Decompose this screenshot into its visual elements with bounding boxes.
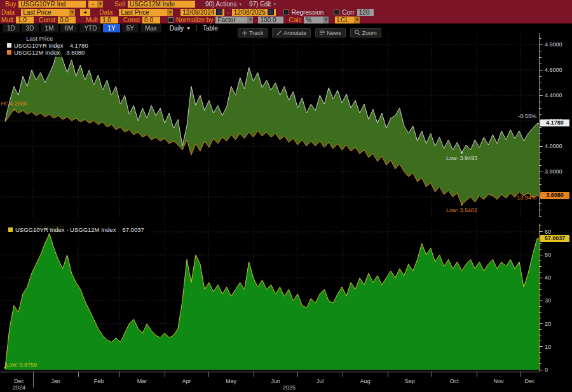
- y-tick-mark: [540, 172, 543, 172]
- y-tick-mark: [540, 64, 541, 64]
- year-boundary-tick: [33, 372, 34, 388]
- chevron-down-icon[interactable]: ▾: [247, 17, 253, 24]
- y-tick-mark: [540, 216, 541, 217]
- y-tick-mark: [540, 127, 541, 128]
- period-button-1m[interactable]: 1M: [41, 24, 58, 32]
- y-tick-mark: [540, 329, 541, 330]
- chevron-down-icon[interactable]: ▾: [323, 17, 329, 24]
- chevron-down-icon[interactable]: ▼: [186, 26, 191, 30]
- const1-input[interactable]: 0.0: [58, 17, 76, 24]
- track-button[interactable]: Track: [238, 28, 268, 37]
- factor-select[interactable]: Factor: [215, 17, 247, 24]
- y-tick-mark: [540, 323, 543, 324]
- annotate-button[interactable]: Annotate: [272, 28, 311, 37]
- y-tick-label: 4.0000: [545, 143, 562, 149]
- zoom-button[interactable]: Zoom: [350, 28, 381, 37]
- bottom-chart-y-axis: 57.0037 0102030405060: [539, 224, 572, 372]
- y-tick-mark: [540, 140, 541, 140]
- date-from-input[interactable]: 12/09/2024: [180, 9, 224, 16]
- data-source-select-2[interactable]: Last Price: [119, 9, 167, 16]
- x-tick-mark: [343, 372, 343, 377]
- legend-item-usgg12m[interactable]: USGG12M Index 3.6080: [7, 49, 88, 56]
- y-tick-label: 4.6000: [545, 67, 562, 73]
- x-axis-line: [0, 372, 539, 372]
- period-button-3d[interactable]: 3D: [22, 24, 39, 32]
- frequency-select[interactable]: Daily: [170, 25, 184, 32]
- period-button-5y[interactable]: 5Y: [122, 24, 139, 32]
- mult1-input[interactable]: 1.0: [16, 17, 34, 24]
- divider: [196, 25, 197, 31]
- period-button-1y[interactable]: 1Y: [103, 24, 119, 32]
- chevron-down-icon[interactable]: ▾: [273, 2, 276, 7]
- normalize-checkbox[interactable]: [168, 17, 174, 23]
- sell-label: Sell: [114, 1, 125, 8]
- annotation-label: Hi: 4.2888: [1, 100, 27, 107]
- normalize-label: Normalize by: [176, 17, 213, 24]
- chevron-down-icon[interactable]: ▾: [97, 1, 103, 8]
- y-tick-mark: [540, 203, 541, 204]
- y-tick-mark: [540, 335, 541, 335]
- x-tick-mark: [297, 372, 298, 377]
- date-to-input[interactable]: 12/08/2025: [232, 9, 276, 16]
- y-tick-mark: [540, 306, 541, 307]
- factor-value-input[interactable]: 100.0: [258, 17, 283, 24]
- bottom-chart-legend[interactable]: USGG10YR Index - USGG12M Index 57.0037: [5, 226, 147, 234]
- y-tick-mark: [540, 255, 543, 255]
- calc-unit-select[interactable]: %: [304, 17, 323, 24]
- y-tick-mark: [540, 370, 543, 370]
- calc-mode-select[interactable]: LCL: [335, 17, 354, 24]
- x-tick-label: Nov: [493, 378, 503, 384]
- chart-toolbar: Track Annotate News Zoom: [238, 28, 381, 37]
- y-tick-mark: [540, 260, 541, 261]
- y-tick-mark: [540, 76, 541, 77]
- add-security-button[interactable]: +: [80, 9, 90, 16]
- sell-security-field[interactable]: USGG12M Inde: [128, 1, 195, 8]
- calendar-icon[interactable]: [268, 9, 274, 15]
- period-button-6m[interactable]: 6M: [60, 24, 78, 32]
- corr-window-input[interactable]: 120: [357, 9, 374, 16]
- table-button[interactable]: Table: [203, 25, 218, 32]
- period-button-1d[interactable]: 1D: [3, 24, 20, 32]
- actions-menu[interactable]: 90) Actions: [205, 1, 236, 8]
- period-button-group: 1D3D1M6MYTD1Y5YMax: [3, 24, 163, 32]
- chevron-down-icon[interactable]: ▾: [239, 2, 242, 7]
- y-tick-mark: [540, 57, 541, 58]
- top-chart-plot[interactable]: [0, 33, 539, 217]
- const2-input[interactable]: 0.0: [142, 17, 160, 24]
- date-from-value: 12/09/2024: [182, 9, 214, 16]
- chevron-down-icon[interactable]: ▾: [167, 9, 173, 16]
- y-tick-mark: [540, 95, 543, 96]
- data-source-select-1[interactable]: Last Price: [21, 9, 69, 16]
- corr-checkbox[interactable]: [334, 10, 339, 15]
- data-source-label-1: Data: [1, 9, 15, 16]
- spread-operator-field[interactable]: -: [88, 1, 97, 8]
- y-tick-mark: [540, 133, 541, 134]
- buy-security-field[interactable]: USGG10YR Ind: [18, 1, 86, 8]
- y-tick-mark: [540, 184, 541, 185]
- period-button-max[interactable]: Max: [140, 24, 161, 32]
- calendar-icon[interactable]: [216, 9, 222, 15]
- news-button[interactable]: News: [315, 28, 346, 37]
- y-tick-mark: [540, 249, 541, 250]
- toolbar-row-calc: Mult 1.0 Const 0.0 Mult 1.0 Const 0.0 No…: [0, 16, 572, 24]
- bottom-chart-plot[interactable]: [0, 224, 539, 372]
- y-tick-label: 10: [545, 344, 551, 350]
- y-tick-label: 30: [545, 297, 551, 304]
- y-tick-mark: [540, 51, 541, 51]
- period-button-ytd[interactable]: YTD: [79, 24, 101, 32]
- y-tick-mark: [540, 312, 541, 313]
- y-tick-mark: [540, 341, 541, 341]
- x-tick-mark: [388, 372, 388, 377]
- legend-item-usgg10yr[interactable]: USGG10YR Index 4.1780: [7, 42, 88, 49]
- x-tick-label: Jul: [317, 378, 324, 384]
- regression-checkbox[interactable]: [283, 10, 289, 15]
- regression-label: Regression: [292, 9, 324, 16]
- x-tick-label: Jun: [271, 378, 280, 384]
- chevron-down-icon[interactable]: ▾: [69, 9, 75, 16]
- y-tick-mark: [540, 152, 541, 153]
- chevron-down-icon[interactable]: ▾: [354, 17, 360, 24]
- edit-menu[interactable]: 97) Edit: [249, 1, 271, 8]
- mult2-input[interactable]: 1.0: [100, 17, 118, 24]
- y-tick-mark: [540, 83, 541, 83]
- y-tick-label: 4.4000: [545, 92, 562, 98]
